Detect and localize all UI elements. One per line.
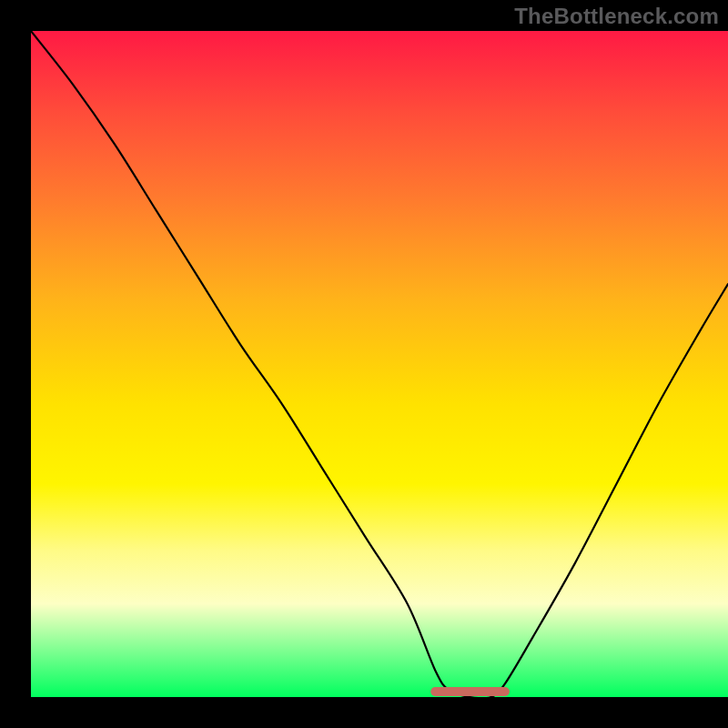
watermark-text: TheBottleneck.com [514, 4, 719, 29]
curve-overlay [31, 31, 728, 697]
chart-container: TheBottleneck.com [0, 0, 728, 728]
bottleneck-curve [31, 31, 728, 697]
